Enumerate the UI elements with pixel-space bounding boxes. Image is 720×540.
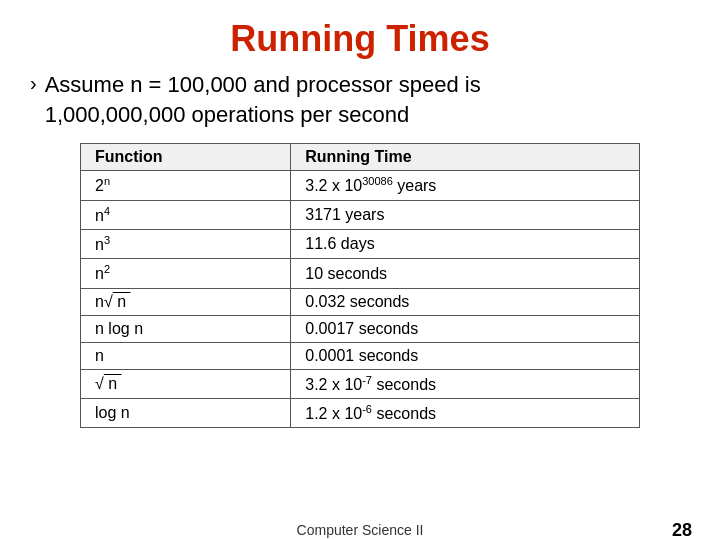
bullet-line2: 1,000,000,000 operations per second [45,102,410,127]
time-n2: 10 seconds [291,259,640,288]
fn-nlogn: n log n [81,315,291,342]
bullet-icon: › [30,72,37,95]
fn-sqrt-n: √ n [81,369,291,398]
page-number: 28 [672,520,692,541]
bullet-line1: Assume n = 100,000 and processor speed i… [45,72,481,97]
running-times-table: Function Running Time 2n 3.2 x 1030086 y… [80,143,640,428]
bullet-point: › Assume n = 100,000 and processor speed… [0,70,720,129]
table-row: log n 1.2 x 10-6 seconds [81,399,640,428]
table-row: n4 3171 years [81,200,640,229]
fn-n3: n3 [81,230,291,259]
fn-2n: 2n [81,171,291,200]
table-header-row: Function Running Time [81,144,640,171]
table-row: √ n 3.2 x 10-7 seconds [81,369,640,398]
table-row: 2n 3.2 x 1030086 years [81,171,640,200]
fn-n4: n4 [81,200,291,229]
time-n-sqrt-n: 0.032 seconds [291,288,640,315]
time-nlogn: 0.0017 seconds [291,315,640,342]
time-sqrt-n: 3.2 x 10-7 seconds [291,369,640,398]
bullet-text: Assume n = 100,000 and processor speed i… [45,70,481,129]
table-row: n3 11.6 days [81,230,640,259]
table-row: n√ n 0.032 seconds [81,288,640,315]
time-n4: 3171 years [291,200,640,229]
fn-n2: n2 [81,259,291,288]
header-function: Function [81,144,291,171]
fn-n-sqrt-n: n√ n [81,288,291,315]
time-n3: 11.6 days [291,230,640,259]
fn-n: n [81,342,291,369]
header-running-time: Running Time [291,144,640,171]
table-row: n2 10 seconds [81,259,640,288]
table-row: n 0.0001 seconds [81,342,640,369]
page-title: Running Times [0,0,720,70]
fn-logn: log n [81,399,291,428]
time-n: 0.0001 seconds [291,342,640,369]
footer-label: Computer Science II [297,522,424,538]
table-row: n log n 0.0017 seconds [81,315,640,342]
table-container: Function Running Time 2n 3.2 x 1030086 y… [0,143,720,428]
time-2n: 3.2 x 1030086 years [291,171,640,200]
time-logn: 1.2 x 10-6 seconds [291,399,640,428]
